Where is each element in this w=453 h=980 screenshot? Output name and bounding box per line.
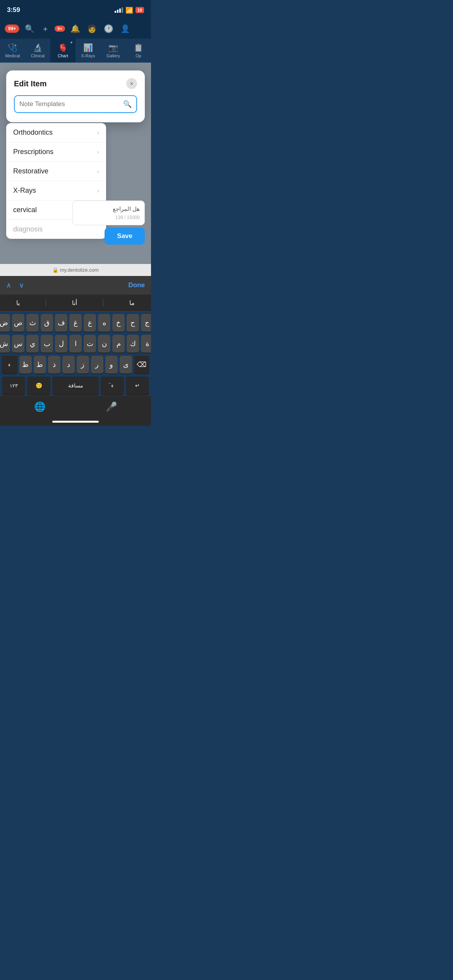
- divider: [103, 299, 103, 307]
- key-tah[interactable]: ط: [34, 356, 46, 373]
- char-count: 139 / 15000: [77, 215, 140, 220]
- nav-up-arrow[interactable]: ∧: [6, 281, 11, 290]
- space-key[interactable]: مسافة: [52, 377, 99, 394]
- backspace-key[interactable]: ⌫: [134, 356, 150, 373]
- globe-icon[interactable]: 🌐: [34, 401, 46, 412]
- key-dal[interactable]: د: [62, 356, 75, 373]
- notification-count-badge[interactable]: 99+: [5, 24, 19, 33]
- diacritic-key[interactable]: ء̈: [101, 377, 124, 394]
- key-sad[interactable]: ص: [12, 314, 24, 332]
- microphone-icon[interactable]: 🎤: [106, 401, 117, 412]
- add-icon[interactable]: ＋: [40, 22, 51, 36]
- return-key[interactable]: ↵: [126, 377, 149, 394]
- website-url: 🔒 my.dentolize.com: [52, 267, 99, 273]
- item-label: Prescriptions: [13, 148, 53, 156]
- key-ra[interactable]: ر: [91, 356, 103, 373]
- key-sin[interactable]: س: [12, 335, 24, 353]
- key-ghain[interactable]: غ: [69, 314, 82, 332]
- key-meem[interactable]: م: [112, 335, 125, 353]
- item-label: cervical: [13, 206, 37, 214]
- signal-bars: [115, 7, 123, 13]
- tab-clinical[interactable]: 🔬 Clinical: [25, 39, 50, 62]
- search-input[interactable]: [19, 100, 120, 108]
- tab-clinical-label: Clinical: [31, 53, 45, 58]
- close-icon: ×: [130, 81, 133, 87]
- key-kaf[interactable]: ك: [127, 335, 139, 353]
- search-icon-modal: 🔍: [123, 100, 132, 108]
- tab-xrays[interactable]: 📊 X-Rays: [76, 39, 101, 62]
- note-textarea[interactable]: هل المراجع 139 / 15000: [72, 200, 145, 225]
- word-suggestion[interactable]: أنا: [66, 298, 83, 308]
- key-ha2[interactable]: ح: [127, 314, 139, 332]
- numbers-key[interactable]: ١٢٣: [2, 377, 25, 394]
- key-zain[interactable]: ز: [77, 356, 89, 373]
- status-icons: 📶 19: [115, 7, 144, 14]
- key-nun[interactable]: ن: [98, 335, 110, 353]
- chart-dropdown-arrow: ▾: [70, 40, 72, 45]
- key-zal[interactable]: ذ: [48, 356, 60, 373]
- home-indicator: [0, 418, 151, 426]
- key-tha[interactable]: ث: [26, 314, 39, 332]
- save-button[interactable]: Save: [105, 228, 145, 245]
- list-item[interactable]: X-Rays ›: [6, 181, 106, 200]
- key-ta-marbuta[interactable]: ة: [141, 335, 151, 353]
- clock-icon[interactable]: 🕐: [102, 22, 115, 35]
- key-zha[interactable]: ظ: [19, 356, 32, 373]
- gallery-icon: 📷: [108, 43, 118, 52]
- list-item[interactable]: Prescriptions ›: [6, 142, 106, 162]
- key-alef[interactable]: ا: [69, 335, 82, 353]
- key-shin[interactable]: ش: [0, 335, 10, 353]
- chevron-right-icon: ›: [97, 129, 99, 136]
- item-label: diagnosis: [13, 225, 43, 233]
- word-suggestion[interactable]: يا: [10, 298, 26, 308]
- tab-medical-label: Medical: [5, 53, 20, 58]
- keyboard-toolbar: ∧ ∨ Done: [0, 276, 151, 295]
- profile-icon[interactable]: 👤: [119, 22, 132, 35]
- op-icon: 📋: [134, 43, 143, 52]
- emoji-key[interactable]: 🙂: [27, 377, 50, 394]
- key-fa[interactable]: ف: [55, 314, 67, 332]
- tab-gallery[interactable]: 📷 Gallery: [101, 39, 126, 62]
- key-ba[interactable]: ب: [41, 335, 53, 353]
- done-button[interactable]: Done: [129, 281, 145, 289]
- website-footer: 🔒 my.dentolize.com: [0, 264, 151, 276]
- tab-op-label: Op: [136, 53, 141, 58]
- chevron-right-icon: ›: [97, 168, 99, 175]
- list-item[interactable]: Restorative ›: [6, 162, 106, 181]
- list-item[interactable]: Orthodontics ›: [6, 123, 106, 142]
- key-ha[interactable]: ه: [98, 314, 110, 332]
- notification-icon[interactable]: 🔔: [69, 22, 82, 35]
- search-icon[interactable]: 🔍: [23, 22, 36, 35]
- search-wrapper[interactable]: 🔍: [14, 95, 137, 113]
- tab-chart-label: Chart: [58, 53, 68, 58]
- close-button[interactable]: ×: [126, 78, 137, 89]
- keyboard-nav: ∧ ∨: [6, 281, 24, 290]
- key-ain[interactable]: ع: [84, 314, 96, 332]
- medical-icon: 🩺: [8, 43, 17, 52]
- key-waw[interactable]: و: [105, 356, 118, 373]
- modal-header: Edit Item ×: [14, 78, 137, 89]
- key-ya[interactable]: ي: [26, 335, 39, 353]
- key-qaf[interactable]: ق: [41, 314, 53, 332]
- nav-down-arrow[interactable]: ∨: [19, 281, 24, 290]
- key-alef-maqsura[interactable]: ى: [120, 356, 132, 373]
- key-lam[interactable]: ل: [55, 335, 67, 353]
- tab-op[interactable]: 📋 Op: [126, 39, 151, 62]
- wifi-icon: 📶: [125, 7, 133, 14]
- key-dad[interactable]: ض: [0, 314, 10, 332]
- word-suggestion[interactable]: ما: [123, 298, 141, 308]
- modal-title: Edit Item: [14, 79, 46, 88]
- keyboard-row-2: ش س ي ب ل ا ت ن م ك ة: [2, 335, 149, 353]
- clinical-icon: 🔬: [33, 43, 43, 52]
- tab-medical[interactable]: 🩺 Medical: [0, 39, 25, 62]
- comment-badge[interactable]: 9+: [55, 26, 65, 32]
- tab-bar: 🩺 Medical 🔬 Clinical ▾ 🫀 Chart 📊 X-Rays …: [0, 39, 151, 63]
- keyboard-row-4: ١٢٣ 🙂 مسافة ء̈ ↵: [2, 377, 149, 394]
- key-ta[interactable]: ت: [84, 335, 96, 353]
- key-kha[interactable]: خ: [112, 314, 125, 332]
- shift-key[interactable]: ء: [2, 356, 17, 373]
- tab-chart[interactable]: ▾ 🫀 Chart: [50, 39, 76, 62]
- tab-xrays-label: X-Rays: [81, 53, 95, 58]
- person-icon[interactable]: 🧑: [86, 22, 98, 35]
- key-jeem[interactable]: ج: [141, 314, 151, 332]
